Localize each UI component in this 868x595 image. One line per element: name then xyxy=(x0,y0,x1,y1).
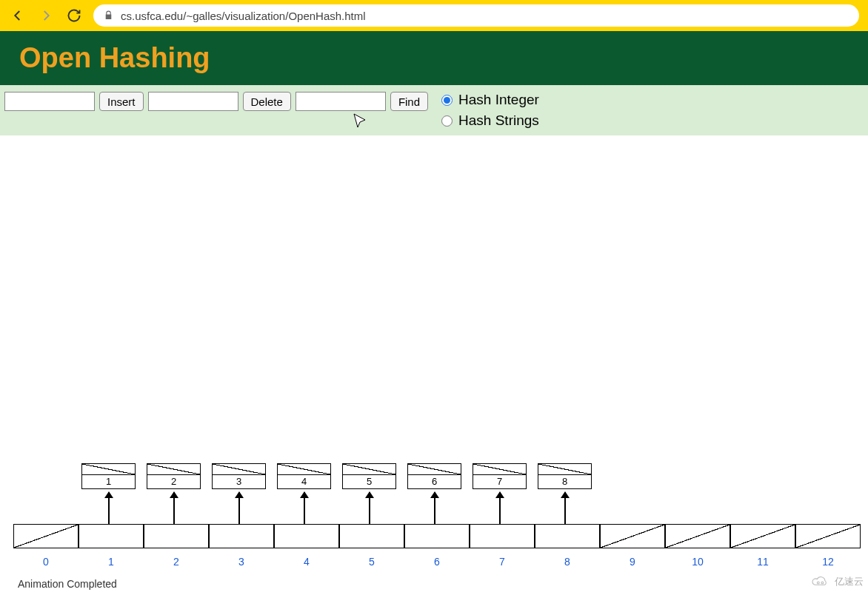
arrow-up-icon xyxy=(369,492,370,524)
hash-index-label: 11 xyxy=(730,556,795,568)
hash-index-label: 12 xyxy=(795,556,861,568)
hash-index-label: 8 xyxy=(535,556,600,568)
delete-input[interactable] xyxy=(148,92,238,111)
arrow-up-icon xyxy=(564,492,566,524)
hash-index-label: 6 xyxy=(404,556,470,568)
radio-hash-strings-label: Hash Strings xyxy=(458,112,539,129)
watermark-text: 亿速云 xyxy=(835,575,864,588)
arrow-up-icon xyxy=(304,492,305,524)
hash-index-label: 10 xyxy=(665,556,730,568)
hash-index-label: 9 xyxy=(600,556,665,568)
insert-button[interactable]: Insert xyxy=(99,92,144,111)
delete-button[interactable]: Delete xyxy=(243,92,291,111)
controls-bar: Insert Delete Find Hash Integer Hash Str… xyxy=(0,85,868,135)
node-null-pointer xyxy=(82,464,135,475)
visualization-canvas: 12345678 0123456789101112 Animation Comp… xyxy=(0,135,868,594)
arrow-up-icon xyxy=(238,492,240,524)
node-null-pointer xyxy=(147,464,200,475)
page-title: Open Hashing xyxy=(19,42,849,74)
arrow-cell xyxy=(81,492,136,524)
hash-slot xyxy=(795,524,861,548)
hash-slot xyxy=(535,524,600,548)
hash-slot xyxy=(665,524,730,548)
hash-slot xyxy=(404,524,470,548)
page-header: Open Hashing xyxy=(0,31,868,85)
arrow-up-icon xyxy=(434,492,435,524)
node-value: 8 xyxy=(538,475,591,488)
hash-slot xyxy=(144,524,209,548)
arrow-cell xyxy=(212,492,266,524)
radio-hash-strings[interactable]: Hash Strings xyxy=(441,112,539,129)
radio-hash-integer[interactable]: Hash Integer xyxy=(441,92,539,108)
hash-indices-row: 0123456789101112 xyxy=(13,556,861,568)
node-null-pointer xyxy=(473,464,526,475)
reload-button[interactable] xyxy=(65,7,83,24)
arrow-cell xyxy=(407,492,461,524)
arrow-cell xyxy=(342,492,396,524)
chain-node: 2 xyxy=(147,463,201,489)
find-input[interactable] xyxy=(296,92,386,111)
hash-slot xyxy=(209,524,274,548)
arrow-cell xyxy=(147,492,201,524)
chain-node: 4 xyxy=(277,463,331,489)
insert-input[interactable] xyxy=(4,92,95,111)
hash-index-label: 2 xyxy=(144,556,209,568)
arrow-up-icon xyxy=(173,492,175,524)
lock-icon xyxy=(104,10,113,22)
node-value: 4 xyxy=(278,475,330,488)
svg-point-0 xyxy=(817,582,819,584)
hash-slot xyxy=(600,524,665,548)
radio-hash-strings-input[interactable] xyxy=(441,115,453,127)
node-value: 2 xyxy=(147,475,200,488)
chain-node: 6 xyxy=(407,463,461,489)
hash-slot xyxy=(13,524,79,548)
node-null-pointer xyxy=(538,464,591,475)
node-null-pointer xyxy=(343,464,395,475)
hash-table-row xyxy=(13,524,861,548)
node-value: 1 xyxy=(82,475,135,488)
cloud-icon xyxy=(811,575,832,588)
arrows-row xyxy=(81,492,592,524)
hash-index-label: 7 xyxy=(470,556,535,568)
hash-slot xyxy=(470,524,535,548)
radio-hash-integer-input[interactable] xyxy=(441,95,453,106)
node-value: 3 xyxy=(213,475,265,488)
node-value: 7 xyxy=(473,475,526,488)
chain-node: 8 xyxy=(538,463,592,489)
hash-index-label: 0 xyxy=(13,556,79,568)
svg-point-1 xyxy=(821,582,824,584)
arrow-up-icon xyxy=(108,492,110,524)
hash-mode-radios: Hash Integer Hash Strings xyxy=(441,92,539,129)
chain-node: 1 xyxy=(81,463,136,489)
arrow-cell xyxy=(473,492,527,524)
watermark: 亿速云 xyxy=(811,575,864,588)
hash-index-label: 1 xyxy=(79,556,144,568)
hash-index-label: 3 xyxy=(209,556,274,568)
hash-slot xyxy=(339,524,404,548)
hash-slot xyxy=(274,524,339,548)
chain-node: 7 xyxy=(473,463,527,489)
arrow-cell xyxy=(538,492,592,524)
hash-index-label: 4 xyxy=(274,556,339,568)
url-bar[interactable]: cs.usfca.edu/~galles/visualization/OpenH… xyxy=(93,4,859,27)
status-text: Animation Completed xyxy=(18,578,117,590)
node-value: 5 xyxy=(343,475,395,488)
radio-hash-integer-label: Hash Integer xyxy=(458,92,539,108)
node-null-pointer xyxy=(278,464,330,475)
arrow-up-icon xyxy=(499,492,501,524)
hash-index-label: 5 xyxy=(339,556,404,568)
node-value: 6 xyxy=(408,475,461,488)
chain-node: 5 xyxy=(342,463,396,489)
find-button[interactable]: Find xyxy=(390,92,428,111)
node-null-pointer xyxy=(408,464,461,475)
forward-button[interactable] xyxy=(37,7,55,24)
hash-slot xyxy=(730,524,795,548)
hash-slot xyxy=(79,524,144,548)
back-button[interactable] xyxy=(9,7,27,24)
browser-toolbar: cs.usfca.edu/~galles/visualization/OpenH… xyxy=(0,0,868,31)
url-text: cs.usfca.edu/~galles/visualization/OpenH… xyxy=(121,10,366,22)
chain-nodes-row: 12345678 xyxy=(81,463,592,489)
arrow-cell xyxy=(277,492,331,524)
chain-node: 3 xyxy=(212,463,266,489)
node-null-pointer xyxy=(213,464,265,475)
